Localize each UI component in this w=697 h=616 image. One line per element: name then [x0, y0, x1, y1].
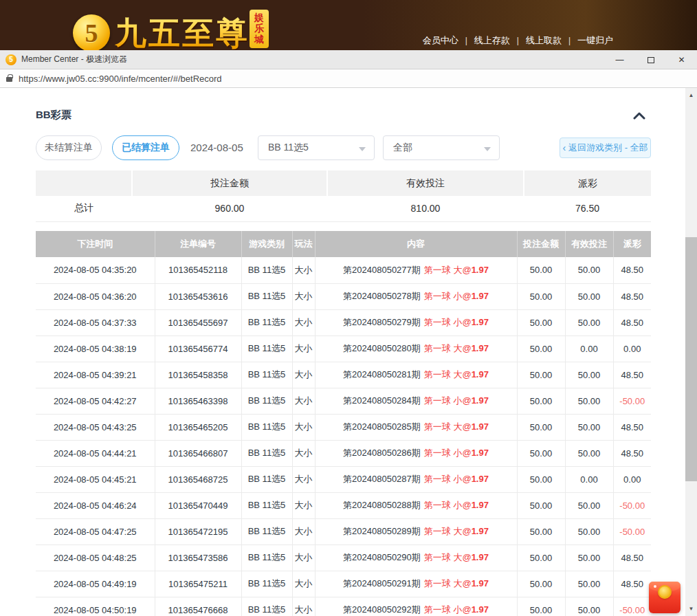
bet-valid-amount: 50.00: [565, 283, 613, 309]
bet-amount: 50.00: [517, 388, 565, 414]
summary-header-row: 投注金额 有效投注 派彩: [36, 170, 651, 196]
bet-amount: 50.00: [517, 336, 565, 362]
bet-table-body: 2024-08-05 04:35:20 101365452118 BB 11选5…: [36, 257, 651, 616]
bet-play-type: 大小: [292, 336, 315, 362]
bet-content: 第202408050287期第一球 小@1.97: [315, 466, 517, 492]
bet-valid-amount: 50.00: [565, 414, 613, 440]
sparkle-icon: [654, 585, 656, 588]
site-logo-icon[interactable]: 5: [73, 14, 110, 50]
bet-payout: 0.00: [613, 466, 651, 492]
bet-odds: 1.97: [472, 526, 489, 536]
bet-payout: 48.50: [613, 414, 651, 440]
bet-amount: 50.00: [517, 466, 565, 492]
game-type-select[interactable]: BB 11选5: [258, 135, 375, 160]
nav-one-key-transfer[interactable]: 一键归户: [577, 34, 613, 47]
bet-time: 2024-08-05 04:47:25: [36, 518, 155, 544]
vertical-scrollbar[interactable]: ▲ ▼: [685, 88, 697, 616]
bet-pick: 第一球 小@: [424, 395, 472, 406]
summary-header-valid-bet: 有效投注: [327, 170, 524, 196]
bet-time: 2024-08-05 04:36:20: [36, 283, 155, 309]
play-type-select[interactable]: 全部: [383, 135, 500, 160]
table-row: 2024-08-05 04:36:20 101365453616 BB 11选5…: [36, 283, 651, 309]
bet-amount: 50.00: [517, 518, 565, 544]
nav-online-deposit[interactable]: 线上存款: [474, 34, 510, 47]
bet-period: 第202408050280期: [343, 343, 421, 353]
bet-odds: 1.97: [472, 291, 489, 301]
window-title: Member Center - 极速浏览器: [21, 54, 127, 65]
bet-time: 2024-08-05 04:46:24: [36, 492, 155, 518]
nav-online-withdraw[interactable]: 线上取款: [526, 34, 562, 47]
table-row: 2024-08-05 04:37:33 101365455697 BB 11选5…: [36, 309, 651, 336]
bet-game-type: BB 11选5: [241, 544, 292, 571]
bet-id: 101365470449: [155, 492, 241, 518]
summary-payout: 76.50: [524, 196, 651, 221]
close-button[interactable]: ✕: [666, 50, 697, 69]
bet-pick: 第一球 大@: [424, 421, 472, 432]
bet-record-page: BB彩票 未结算注单 已结算注单 2024-08-05 BB 11选5 全部 ‹…: [0, 88, 685, 616]
table-row: 2024-08-05 04:48:25 101365473586 BB 11选5…: [36, 544, 651, 571]
summary-total-row: 总计 960.00 810.00 76.50: [36, 196, 651, 221]
bet-content: 第202408050280期第一球 大@1.97: [315, 336, 517, 362]
nav-member-center[interactable]: 会员中心: [423, 34, 458, 47]
minimize-icon: —: [616, 55, 624, 65]
url-text[interactable]: https://www.jw05.cc:9900/infe/mcenter/#/…: [19, 74, 222, 84]
maximize-button[interactable]: [635, 50, 666, 69]
bet-odds: 1.97: [472, 578, 489, 588]
address-bar[interactable]: https://www.jw05.cc:9900/infe/mcenter/#/…: [0, 69, 697, 88]
bet-valid-amount: 50.00: [565, 597, 613, 616]
tab-unsettled-bets[interactable]: 未结算注单: [36, 135, 102, 160]
badge-char: 娱: [250, 12, 269, 23]
bet-time: 2024-08-05 04:48:25: [36, 544, 155, 571]
tab-settled-bets[interactable]: 已结算注单: [112, 135, 179, 160]
scroll-up-icon[interactable]: ▲: [685, 89, 697, 101]
summary-table: 投注金额 有效投注 派彩 总计 960.00 810.00 76.50: [36, 170, 651, 222]
bet-pick: 第一球 大@: [424, 526, 472, 536]
bet-game-type: BB 11选5: [241, 414, 292, 440]
lock-icon[interactable]: [6, 77, 12, 82]
bet-amount: 50.00: [517, 283, 565, 309]
logo-symbol: 5: [85, 18, 98, 48]
scroll-down-icon[interactable]: ▼: [685, 603, 697, 615]
table-row: 2024-08-05 04:45:21 101365468725 BB 11选5…: [36, 466, 651, 492]
bet-time: 2024-08-05 04:37:33: [36, 309, 155, 336]
back-arrow-icon: ‹: [562, 143, 566, 153]
bet-game-type: BB 11选5: [241, 309, 292, 336]
bet-period: 第202408050292期: [343, 604, 421, 615]
red-envelope-icon[interactable]: [649, 582, 681, 613]
bet-payout: 48.50: [613, 257, 651, 283]
bet-content: 第202408050292期第一球 小@1.97: [315, 597, 517, 616]
filter-bar: 未结算注单 已结算注单 2024-08-05 BB 11选5 全部 ‹ 返回游戏…: [36, 135, 651, 160]
bet-time: 2024-08-05 04:42:27: [36, 388, 155, 414]
caret-down-icon: [359, 147, 366, 151]
bet-content: 第202408050279期第一球 小@1.97: [315, 309, 517, 336]
bet-period: 第202408050286期: [343, 448, 421, 458]
bet-odds: 1.97: [472, 265, 489, 275]
table-row: 2024-08-05 04:35:20 101365452118 BB 11选5…: [36, 257, 651, 283]
bet-content: 第202408050281期第一球 大@1.97: [315, 362, 517, 388]
favicon-icon: 5: [5, 54, 16, 65]
bet-time: 2024-08-05 04:50:19: [36, 597, 155, 616]
bet-play-type: 大小: [292, 518, 315, 544]
collapse-section-button[interactable]: [632, 110, 646, 118]
bet-id: 101365465205: [155, 414, 241, 440]
bet-valid-amount: 50.00: [565, 388, 613, 414]
bet-period: 第202408050285期: [343, 421, 421, 432]
bet-odds: 1.97: [472, 500, 489, 510]
bet-amount: 50.00: [517, 544, 565, 571]
bet-payout: -50.00: [613, 492, 651, 518]
bet-payout: 48.50: [613, 544, 651, 571]
minimize-button[interactable]: —: [604, 50, 635, 69]
chevron-up-icon: [632, 111, 646, 120]
bet-valid-amount: 0.00: [565, 336, 613, 362]
bet-valid-amount: 50.00: [565, 309, 613, 336]
bet-pick: 第一球 小@: [424, 500, 472, 510]
bet-period: 第202408050287期: [343, 474, 421, 484]
back-to-game-category-button[interactable]: ‹ 返回游戏类别 - 全部: [560, 138, 651, 158]
date-filter[interactable]: 2024-08-05: [190, 135, 243, 160]
bet-odds: 1.97: [472, 421, 489, 432]
bet-id: 101365473586: [155, 544, 241, 571]
scrollbar-thumb[interactable]: [685, 237, 697, 481]
bet-play-type: 大小: [292, 362, 315, 388]
bet-time: 2024-08-05 04:45:21: [36, 466, 155, 492]
bet-pick: 第一球 小@: [424, 604, 472, 615]
